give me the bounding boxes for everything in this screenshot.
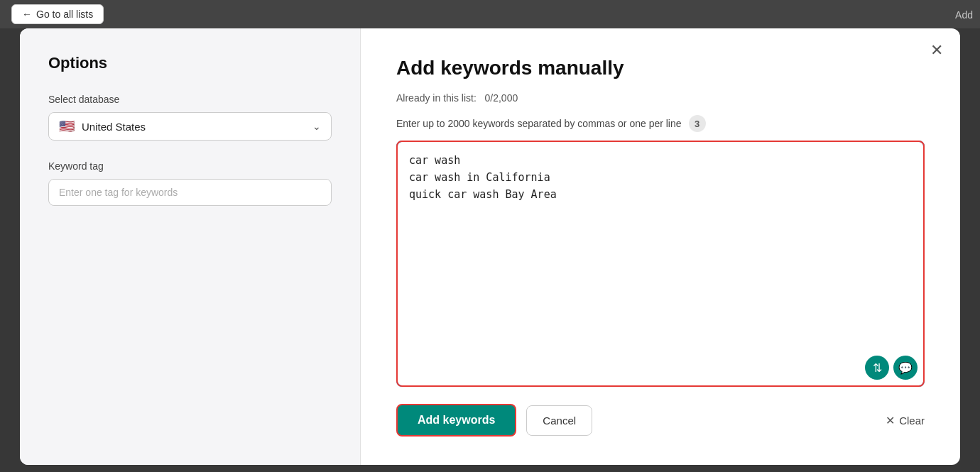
import-icon-button[interactable]: ⇅	[865, 356, 889, 380]
select-database-label: Select database	[48, 94, 332, 105]
keyword-tag-label: Keyword tag	[48, 160, 332, 172]
chat-icon: 💬	[898, 361, 913, 375]
options-panel: Options Select database 🇺🇸 United States…	[20, 28, 361, 465]
modal-title: Add keywords manually	[396, 57, 925, 79]
clear-x-icon: ✕	[886, 414, 895, 427]
main-panel: ✕ Add keywords manually Already in this …	[361, 28, 960, 465]
textarea-wrapper: ⇅ 💬	[396, 141, 925, 387]
database-value: United States	[82, 121, 305, 133]
chat-icon-button[interactable]: 💬	[893, 356, 918, 380]
chevron-down-icon: ⌄	[312, 121, 321, 132]
database-dropdown[interactable]: 🇺🇸 United States ⌄	[48, 112, 332, 141]
arrow-left-icon: ←	[22, 9, 32, 20]
cancel-button[interactable]: Cancel	[526, 405, 592, 436]
flag-icon: 🇺🇸	[59, 120, 75, 133]
keyword-tag-input[interactable]	[48, 179, 332, 206]
enter-keywords-label: Enter up to 2000 keywords separated by c…	[396, 118, 682, 129]
already-in-list: Already in this list: 0/2,000	[396, 92, 925, 104]
already-count: 0/2,000	[485, 92, 518, 104]
import-icon: ⇅	[873, 361, 882, 375]
action-row: Add keywords Cancel ✕ Clear	[396, 404, 925, 437]
top-bar: ← Go to all lists Add	[0, 0, 980, 28]
already-in-list-label: Already in this list:	[396, 92, 477, 104]
clear-label: Clear	[899, 415, 925, 427]
keywords-count-badge: 3	[689, 115, 706, 132]
keywords-textarea[interactable]	[396, 141, 925, 387]
go-back-label: Go to all lists	[36, 9, 93, 20]
enter-keywords-row: Enter up to 2000 keywords separated by c…	[396, 115, 925, 132]
clear-button[interactable]: ✕ Clear	[886, 414, 925, 427]
add-keywords-button[interactable]: Add keywords	[396, 404, 516, 437]
add-label: Add	[948, 6, 980, 24]
go-back-button[interactable]: ← Go to all lists	[11, 4, 104, 24]
textarea-icons: ⇅ 💬	[865, 356, 918, 380]
modal-container: Options Select database 🇺🇸 United States…	[20, 28, 960, 465]
close-button[interactable]: ✕	[930, 43, 943, 58]
options-title: Options	[48, 54, 332, 72]
